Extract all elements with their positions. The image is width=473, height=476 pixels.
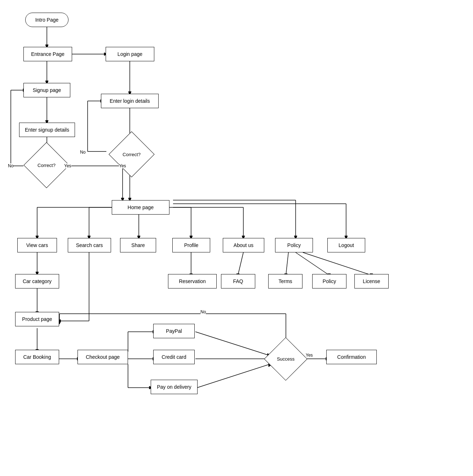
login-page-node: Login page <box>106 47 154 61</box>
svg-line-80 <box>197 364 270 388</box>
homepage-node: Home page <box>112 200 169 215</box>
flowchart-canvas: Intro Page Entrance Page Login page Sign… <box>0 0 473 476</box>
paypal-label: PayPal <box>166 328 182 334</box>
intro-page-node: Intro Page <box>25 13 68 27</box>
enter-login-label: Enter login details <box>110 98 150 104</box>
terms-node: Terms <box>268 274 302 288</box>
terms-label: Terms <box>278 278 292 284</box>
checkout-label: Checkout page <box>86 354 120 360</box>
searchcars-node: Search cars <box>68 238 111 252</box>
reservation-node: Reservation <box>168 274 217 288</box>
enter-signup-label: Enter signup details <box>25 127 69 133</box>
correct2-label: Correct? <box>123 152 141 157</box>
carbooking-label: Car Booking <box>23 354 51 360</box>
profile-node: Profile <box>172 238 210 252</box>
carbooking-node: Car Booking <box>15 350 59 364</box>
yes2-label: Yes <box>119 163 126 168</box>
policy-top-node: Policy <box>275 238 313 252</box>
yes3-label: Yes <box>306 353 313 358</box>
svg-line-64 <box>296 252 329 275</box>
success-label: Success <box>277 356 295 362</box>
viewcars-node: View cars <box>17 238 57 252</box>
viewcars-label: View cars <box>26 242 48 248</box>
enter-signup-node: Enter signup details <box>19 123 75 137</box>
no2-label: No <box>80 150 85 155</box>
profile-label: Profile <box>184 242 199 248</box>
license-node: License <box>354 274 389 288</box>
searchcars-label: Search cars <box>76 242 103 248</box>
license-label: License <box>363 278 380 284</box>
creditcard-node: Credit card <box>153 350 195 364</box>
carcategory-node: Car category <box>15 274 59 288</box>
checkout-node: Checkout page <box>78 350 128 364</box>
payondelivery-node: Pay on delivery <box>151 380 198 394</box>
svg-line-60 <box>238 252 243 275</box>
signup-page-label: Signup page <box>33 87 61 93</box>
reservation-label: Reservation <box>179 278 206 284</box>
aboutus-label: About us <box>234 242 253 248</box>
yes1-label: Yes <box>64 163 71 168</box>
homepage-label: Home page <box>128 204 154 210</box>
login-page-label: Login page <box>118 51 142 57</box>
productpage-label: Product page <box>22 316 52 322</box>
policy-sub-node: Policy <box>312 274 346 288</box>
entrance-page-label: Entrance Page <box>31 51 65 57</box>
signup-page-node: Signup page <box>23 83 70 97</box>
svg-line-62 <box>286 252 288 275</box>
policy-top-label: Policy <box>287 242 301 248</box>
policy-sub-label: Policy <box>323 278 336 284</box>
share-node: Share <box>120 238 156 252</box>
correct1-diamond: Correct? <box>23 151 70 180</box>
paypal-node: PayPal <box>153 324 195 338</box>
payondelivery-label: Pay on delivery <box>157 384 191 390</box>
logout-label: Logout <box>339 242 354 248</box>
correct2-diamond: Correct? <box>108 140 155 169</box>
aboutus-node: About us <box>223 238 264 252</box>
no3-label: No <box>200 309 206 314</box>
confirmation-node: Confirmation <box>326 350 377 364</box>
confirmation-label: Confirmation <box>337 354 366 360</box>
entrance-page-node: Entrance Page <box>23 47 72 61</box>
correct1-label: Correct? <box>37 163 56 168</box>
logout-node: Logout <box>327 238 365 252</box>
faq-label: FAQ <box>233 278 243 284</box>
share-label: Share <box>131 242 145 248</box>
enter-login-node: Enter login details <box>101 94 159 108</box>
svg-line-66 <box>303 252 371 275</box>
carcategory-label: Car category <box>23 278 52 284</box>
svg-line-76 <box>195 332 269 355</box>
creditcard-label: Credit card <box>162 354 186 360</box>
faq-node: FAQ <box>221 274 255 288</box>
success-diamond: Success <box>267 343 305 375</box>
productpage-node: Product page <box>15 312 59 326</box>
intro-page-label: Intro Page <box>35 17 59 23</box>
no1-label: No <box>8 163 13 168</box>
